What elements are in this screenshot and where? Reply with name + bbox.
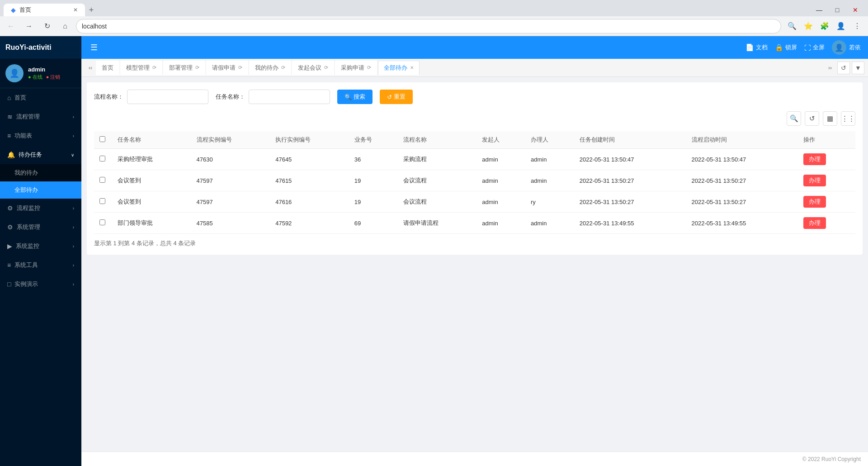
cell-task-name-2: 会议签到	[112, 191, 191, 213]
sidebar-item-flow-monitor-label: 流程监控	[17, 204, 40, 212]
sidebar-item-home[interactable]: ⌂ 首页	[0, 88, 81, 107]
tab-purchase-request[interactable]: 采购申请 ⟳	[335, 61, 377, 75]
refresh-button[interactable]: ↻	[40, 19, 54, 33]
cell-flow-name-3: 请假申请流程	[398, 213, 477, 234]
tab-start-meeting[interactable]: 发起会议 ⟳	[292, 61, 334, 75]
tab-my-pending[interactable]: 我的待办 ⟳	[249, 61, 291, 75]
table-row: 会议签到 47597 47616 19 会议流程 admin ry 2022-0…	[94, 191, 855, 213]
table-refresh-tool[interactable]: ↺	[805, 111, 819, 126]
row-checkbox-3[interactable]	[99, 219, 105, 225]
search-button[interactable]: 🔍 搜索	[337, 90, 373, 104]
sidebar: RuoYi-activiti 👤 admin ● 在线 ● 注销 ⌂ 首页 ≋ …	[0, 36, 81, 466]
cell-business-no-2: 19	[349, 191, 398, 213]
browser-tab-active[interactable]: ◆ 首页 ✕	[4, 4, 85, 16]
tab-model-management[interactable]: 模型管理 ⟳	[120, 61, 162, 75]
col-initiator: 发起人	[476, 131, 525, 149]
sidebar-item-flow-management-label: 流程管理	[16, 113, 40, 121]
bookmark-icon[interactable]: ⭐	[801, 19, 816, 33]
profile-icon[interactable]: 👤	[834, 19, 848, 33]
flow-monitor-icon: ⚙	[7, 204, 13, 212]
table-column-tool[interactable]: ▦	[823, 111, 837, 126]
cell-flow-instance-3: 47585	[191, 213, 270, 234]
tab-deployment[interactable]: 部署管理 ⟳	[163, 61, 205, 75]
extensions-icon[interactable]: 🧩	[817, 19, 832, 33]
flow-name-input[interactable]	[127, 90, 208, 104]
sidebar-item-all-pending[interactable]: 全部待办	[0, 181, 81, 199]
sidebar-item-flow-management[interactable]: ≋ 流程管理 ›	[0, 107, 81, 126]
flow-name-field: 流程名称：	[94, 90, 208, 104]
tab-leave-refresh-icon: ⟳	[238, 65, 242, 71]
window-close-button[interactable]: ✕	[846, 4, 864, 16]
cell-exec-instance-0: 47645	[270, 149, 349, 170]
table-settings-tool[interactable]: ⋮⋮	[841, 111, 855, 126]
chevron-right-icon5: ›	[73, 244, 74, 249]
tab-leave-request[interactable]: 请假申请 ⟳	[206, 61, 248, 75]
fullscreen-button[interactable]: ⛶ 全屏	[804, 43, 825, 52]
tab-nav-left[interactable]: ‹‹	[85, 62, 96, 73]
tab-all-pending-close-icon[interactable]: ✕	[410, 65, 414, 70]
menu-toggle-button[interactable]: ☰	[89, 41, 99, 54]
address-bar[interactable]: localhost	[76, 19, 781, 33]
lock-screen-button[interactable]: 🔒 锁屏	[775, 43, 797, 52]
handle-button-3[interactable]: 办理	[803, 217, 826, 229]
task-name-field: 任务名称：	[216, 90, 330, 104]
tab-refresh-action[interactable]: ↺	[837, 62, 850, 74]
cell-task-create-time-0: 2022-05-31 13:50:47	[574, 149, 686, 170]
header-user[interactable]: 👤 若依	[832, 40, 861, 55]
table-header-row: 任务名称 流程实例编号 执行实例编号 业务号 流程名称 发起人 办理人 任务创建…	[94, 131, 855, 149]
data-table: 任务名称 流程实例编号 执行实例编号 业务号 流程名称 发起人 办理人 任务创建…	[94, 131, 855, 234]
col-flow-start-time: 流程启动时间	[686, 131, 798, 149]
back-button[interactable]: ←	[4, 19, 18, 33]
window-maximize-button[interactable]: □	[828, 4, 846, 16]
row-checkbox-1[interactable]	[99, 177, 105, 183]
browser-tab-title: 首页	[19, 6, 31, 14]
sidebar-item-demo[interactable]: □ 实例演示 ›	[0, 275, 81, 294]
sidebar-item-system-management[interactable]: ⚙ 系统管理 ›	[0, 218, 81, 237]
table-search-tool[interactable]: 🔍	[787, 111, 801, 126]
sidebar-user-info: admin ● 在线 ● 注销	[28, 66, 60, 81]
col-exec-instance-no: 执行实例编号	[270, 131, 349, 149]
handle-button-1[interactable]: 办理	[803, 175, 826, 186]
col-flow-instance-no: 流程实例编号	[191, 131, 270, 149]
forward-button[interactable]: →	[22, 19, 36, 33]
task-name-input[interactable]	[249, 90, 330, 104]
flow-name-label: 流程名称：	[94, 93, 123, 101]
sidebar-item-system-tools-label: 系统工具	[14, 261, 38, 269]
tab-more-action[interactable]: ▼	[852, 62, 864, 74]
tab-all-pending[interactable]: 全部待办 ✕	[378, 61, 420, 75]
sidebar-item-my-pending[interactable]: 我的待办	[0, 164, 81, 181]
handle-button-2[interactable]: 办理	[803, 196, 826, 208]
cell-flow-instance-2: 47597	[191, 191, 270, 213]
sidebar-item-system-monitor[interactable]: ▶ 系统监控 ›	[0, 237, 81, 256]
lock-icon: 🔒	[775, 43, 783, 52]
browser-tab-close[interactable]: ✕	[73, 7, 78, 13]
docs-button[interactable]: 📄 文档	[745, 43, 768, 52]
menu-icon[interactable]: ⋮	[850, 19, 864, 33]
row-checkbox-2[interactable]	[99, 198, 105, 204]
my-pending-label: 我的待办	[14, 169, 38, 177]
search-icon[interactable]: 🔍	[785, 19, 799, 33]
sidebar-item-pending-tasks[interactable]: 🔔 待办任务 ∨	[0, 145, 81, 164]
sidebar-item-flow-monitor[interactable]: ⚙ 流程监控 ›	[0, 199, 81, 218]
cell-flow-name-0: 采购流程	[398, 149, 477, 170]
sidebar-item-system-tools[interactable]: ≡ 系统工具 ›	[0, 256, 81, 275]
tab-home[interactable]: 首页	[96, 61, 119, 75]
cell-flow-instance-1: 47597	[191, 170, 270, 191]
reset-button[interactable]: ↺ 重置	[380, 90, 413, 104]
tab-deployment-label: 部署管理	[169, 64, 193, 72]
sidebar-item-functions[interactable]: ≡ 功能表 ›	[0, 126, 81, 145]
row-checkbox-0[interactable]	[99, 156, 105, 162]
tab-nav-right[interactable]: ››	[825, 62, 835, 73]
tab-home-label: 首页	[102, 64, 113, 72]
sidebar-brand: RuoYi-activiti	[0, 36, 81, 59]
col-task-name: 任务名称	[112, 131, 191, 149]
tab-bar-right: ›› ↺ ▼	[825, 62, 864, 74]
handle-button-0[interactable]: 办理	[803, 153, 826, 165]
window-minimize-button[interactable]: —	[810, 4, 828, 16]
logout-button[interactable]: ● 注销	[46, 74, 61, 81]
tab-my-pending-label: 我的待办	[255, 64, 278, 72]
select-all-checkbox[interactable]	[99, 136, 105, 142]
demo-icon: □	[7, 281, 11, 288]
new-tab-button[interactable]: +	[85, 4, 98, 16]
home-button[interactable]: ⌂	[58, 19, 72, 33]
